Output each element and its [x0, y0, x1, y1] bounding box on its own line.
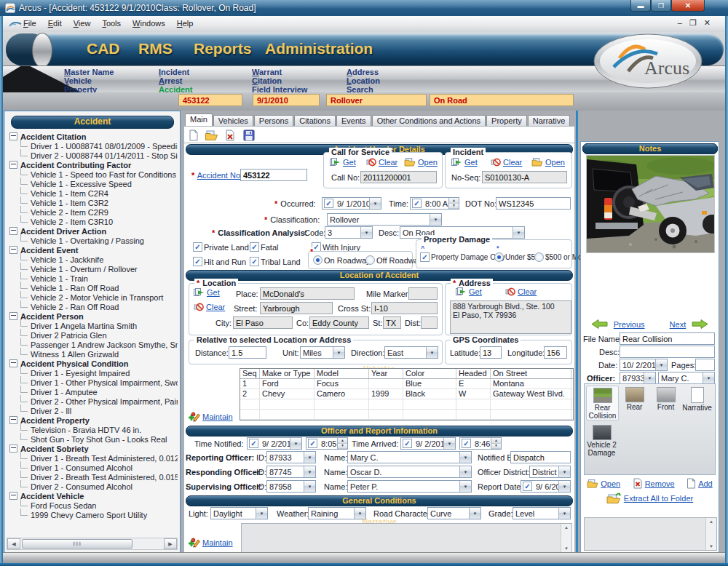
tree-item[interactable]: Vehicle 2 - Motor Vehicle in Transport — [7, 292, 178, 302]
save-record-icon[interactable] — [242, 129, 256, 142]
photo-officer-name-select[interactable]: Mary C. — [658, 372, 715, 384]
arrived-time-picker[interactable]: 8:46 AM▲▼ — [459, 437, 502, 450]
supervising-id-select[interactable]: 87958 — [266, 480, 316, 493]
scrollbar[interactable]: ▲▼ — [561, 524, 571, 552]
narrative-maintain-link[interactable]: Maintain — [189, 538, 233, 548]
chevron-down-icon[interactable] — [459, 452, 471, 463]
property-damage-only-checkbox[interactable]: Property Damage Only — [419, 252, 505, 262]
tree-item[interactable]: Driver 2 - Consumed Alcohol — [7, 482, 178, 491]
chevron-down-icon[interactable] — [459, 466, 471, 477]
previous-arrow-icon[interactable] — [592, 319, 608, 329]
nav-rms[interactable]: RMS — [138, 40, 173, 57]
tree-item[interactable]: Vehicle 1 - Speed too Fast for Condition… — [7, 170, 178, 179]
tree-section[interactable]: Accident Driver Action — [7, 226, 178, 236]
add-file-link[interactable]: Add — [687, 478, 713, 489]
chevron-down-icon[interactable] — [513, 227, 524, 238]
nav-link-address[interactable]: Address — [347, 68, 379, 76]
tree-item[interactable]: 1999 Chevy Camero Sport Utility — [7, 510, 178, 519]
menu-tools[interactable]: Tools — [102, 19, 121, 28]
chevron-down-icon[interactable] — [703, 372, 714, 383]
file-name-input[interactable] — [620, 332, 715, 345]
incident-clear-link[interactable]: Clear — [491, 158, 522, 167]
arrived-date-checkbox[interactable] — [403, 439, 412, 448]
tree-item[interactable]: Driver 1 - Consumed Alcohol — [7, 463, 178, 472]
open-file-link[interactable]: Open — [587, 479, 620, 488]
tab-property[interactable]: Property — [486, 115, 527, 126]
tab-persons[interactable]: Persons — [254, 115, 293, 126]
chevron-down-icon[interactable] — [290, 438, 301, 449]
occurred-time-picker[interactable]: 8:00 AM▲▼ — [410, 197, 459, 210]
tree-item[interactable]: Driver 2 Patricia Glen — [7, 330, 178, 340]
minimize-button[interactable]: ▬ — [630, 0, 651, 12]
distance-input[interactable] — [229, 346, 266, 359]
tree-horizontal-scrollbar[interactable]: ◀ ⦀⦀⦀ ▶ — [7, 538, 178, 550]
code-select[interactable]: 3 — [325, 226, 373, 239]
tree-item[interactable]: Driver 2 - Ill — [7, 406, 178, 415]
vehicles-maintain-link[interactable]: Maintain — [189, 412, 233, 422]
notified-date-picker[interactable]: 9/ 2/2010 — [247, 437, 302, 450]
maximize-button[interactable]: ❐ — [651, 0, 671, 12]
state-input[interactable] — [383, 316, 401, 329]
scroll-right-arrow-icon[interactable]: ▶ — [164, 538, 177, 549]
cfs-get-link[interactable]: Get — [330, 158, 356, 167]
notes-textarea[interactable]: ▲▼ — [584, 517, 717, 551]
chevron-down-icon[interactable] — [430, 214, 441, 225]
narrative-textarea[interactable]: ▲▼ — [241, 523, 572, 553]
latitude-input[interactable] — [480, 346, 502, 359]
tree-item[interactable]: Vehicle 2 - Item C3R10 — [7, 217, 178, 226]
photo-thumb-rear-collision[interactable]: Rear Collision — [586, 386, 619, 420]
next-link[interactable]: Next — [670, 320, 687, 329]
arrived-date-picker[interactable]: 9/ 2/2010 — [400, 437, 456, 450]
nav-link-citation[interactable]: Citation — [252, 76, 282, 85]
time-spinner[interactable]: ▲▼ — [337, 438, 347, 449]
tree-item[interactable]: Vehicle 2 - Ran Off Road — [7, 302, 178, 311]
responding-id-select[interactable]: 87745 — [266, 466, 316, 478]
time-spinner[interactable]: ▲▼ — [491, 438, 501, 449]
tree-section[interactable]: Accident Property — [7, 415, 178, 425]
previous-link[interactable]: Previous — [614, 320, 645, 329]
tree-section[interactable]: Accident Physical Condition — [7, 359, 178, 368]
photo-thumb-front[interactable]: Front — [650, 386, 681, 420]
accident-no-input[interactable] — [240, 169, 307, 181]
panel-splitter[interactable] — [576, 111, 578, 554]
chevron-down-icon[interactable] — [655, 359, 667, 370]
incident-get-link[interactable]: Get — [451, 158, 478, 167]
nav-link-vehicle[interactable]: Vehicle — [64, 76, 92, 85]
tree-item[interactable]: Ford Focus Sedan — [7, 501, 178, 510]
tree-item[interactable]: Vehicle 1 - Item C3R2 — [7, 198, 178, 207]
supervising-name-select[interactable]: Peter P. — [347, 480, 472, 493]
menu-file[interactable]: File — [23, 19, 36, 28]
tab-events[interactable]: Events — [336, 115, 371, 126]
scrollbar-thumb[interactable]: ⦀⦀⦀ — [22, 539, 132, 549]
notified-time-picker[interactable]: 8:05 AM▲▼ — [306, 437, 348, 450]
tree-item[interactable]: Vehicle 1 - Overturn / Rollover — [7, 264, 178, 274]
tree-item[interactable]: Vehicle 1 - Jackknife — [7, 255, 178, 264]
tree-item[interactable]: Vehicle 1 - Ran Off Road — [7, 283, 178, 292]
tree-item[interactable]: Vehicle 2 - Item C2R9 — [7, 207, 178, 217]
street-input[interactable] — [260, 302, 333, 314]
nav-link-master-name[interactable]: Master Name — [64, 68, 114, 76]
tree-section[interactable]: Accident Event — [7, 245, 178, 255]
tree-section[interactable]: Accident Citation — [7, 132, 178, 141]
chevron-down-icon[interactable] — [304, 481, 315, 492]
location-clear-link[interactable]: Clear — [194, 303, 225, 311]
chevron-down-icon[interactable] — [304, 466, 315, 477]
reporting-id-select[interactable]: 87933 — [266, 451, 316, 463]
photo-thumb-rear[interactable]: Rear — [619, 386, 650, 420]
location-get-link[interactable]: Get — [194, 288, 220, 297]
city-input[interactable] — [233, 316, 293, 329]
tree-item[interactable]: Driver 1 - Eyesight Impaired — [7, 368, 178, 378]
tree-item[interactable]: Vehicle 1 - Excessive Speed — [7, 179, 178, 188]
tree-item[interactable]: Driver 2 - U0088744 01/14/2011 - Stop Si… — [7, 151, 178, 160]
longitude-input[interactable] — [544, 346, 567, 359]
tree-section[interactable]: Accident Contributing Factor — [7, 160, 178, 170]
tab-citations[interactable]: Citations — [294, 115, 336, 126]
private-land-checkbox[interactable]: Private Land — [191, 242, 249, 252]
address-get-link[interactable]: Get — [456, 287, 482, 296]
chevron-down-icon[interactable] — [459, 481, 471, 492]
tribal-land-checkbox[interactable]: Tribal Land — [248, 257, 301, 266]
close-button[interactable]: ✕ — [671, 0, 705, 12]
district-select[interactable]: District 4 — [529, 466, 571, 478]
tree-item[interactable]: Witness 1 Allen Grizwald — [7, 349, 178, 359]
fatal-checkbox[interactable]: Fatal — [248, 242, 278, 252]
